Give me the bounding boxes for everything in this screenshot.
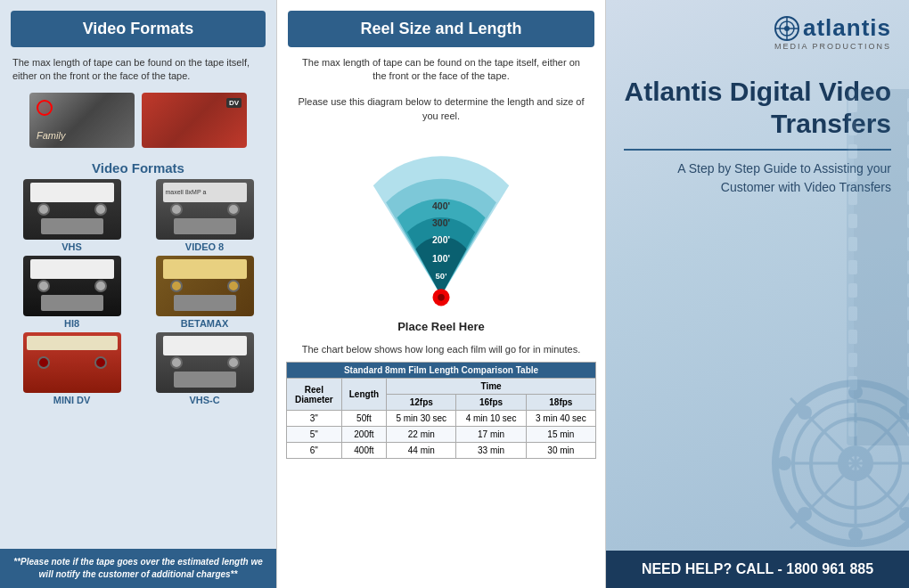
- svg-point-52: [798, 405, 812, 420]
- col-length: Length: [341, 379, 386, 411]
- svg-point-50: [777, 456, 791, 470]
- vhs-spool-left: [37, 203, 50, 216]
- svg-rect-20: [848, 353, 857, 367]
- middle-intro: The max length of tape can be found on t…: [277, 47, 605, 87]
- logo-main: atlantis: [774, 14, 891, 42]
- place-reel-label: Place Reel Here: [277, 316, 605, 340]
- betamax-label: BETAMAX: [181, 318, 229, 329]
- minidv-spool-right: [94, 356, 107, 369]
- format-item-vhsc: VHS-C: [140, 332, 269, 405]
- svg-rect-14: [848, 214, 857, 228]
- betamax-spool-left: [170, 280, 183, 292]
- film-table: Standard 8mm Film Length Comparison Tabl…: [286, 362, 596, 459]
- betamax-spool-right: [227, 280, 240, 292]
- svg-rect-18: [848, 306, 857, 321]
- note-bar: **Please note if the tape goes over the …: [0, 549, 276, 588]
- vhsc-label-strip: [163, 336, 247, 355]
- vhs-label-strip: [30, 183, 114, 202]
- dv-tape-image: DV: [142, 93, 247, 148]
- vhs-cassette-image: [23, 179, 121, 240]
- video8-spool-left: [170, 203, 183, 216]
- svg-rect-16: [848, 260, 857, 274]
- hi8-spool-left: [37, 280, 50, 292]
- video-formats-subtitle: Video Formats: [0, 155, 276, 179]
- red-circle-indicator: [37, 100, 53, 116]
- vhs-label: VHS: [61, 241, 82, 252]
- col-16fps: 16fps: [456, 395, 526, 411]
- svg-rect-12: [848, 167, 857, 182]
- svg-rect-15: [848, 237, 857, 251]
- format-item-vhs: VHS: [7, 179, 136, 252]
- svg-text:400': 400': [432, 201, 450, 211]
- betamax-cassette-image: [156, 256, 254, 316]
- table-title: Standard 8mm Film Length Comparison Tabl…: [287, 363, 596, 379]
- left-header: Video Formats: [11, 11, 266, 47]
- minidv-spool-left: [37, 356, 50, 369]
- left-intro: The max length of tape can be found on t…: [0, 47, 276, 89]
- hi8-window: [41, 295, 103, 311]
- minidv-cassette-image: [23, 332, 121, 393]
- tape-family-label: Family: [37, 130, 65, 141]
- middle-panel: Reel Size and Length The max length of t…: [276, 0, 606, 588]
- table-row: 3"50ft5 min 30 sec4 min 10 sec3 min 40 s…: [287, 411, 596, 427]
- vhsc-spool-right: [227, 356, 240, 369]
- tape-images-row: Family DV: [0, 89, 276, 155]
- svg-text:300': 300': [432, 218, 450, 228]
- dv-label-text: DV: [226, 98, 242, 108]
- svg-rect-19: [848, 330, 857, 344]
- need-help-bar: NEED HELP? CALL - 1800 961 885: [606, 551, 909, 588]
- format-item-hi8: HI8: [7, 256, 136, 329]
- svg-point-55: [798, 507, 812, 521]
- vhsc-spool-left: [170, 356, 183, 369]
- vhs-tape-image: Family: [29, 93, 135, 148]
- video8-cassette-image: maxell 8xMP a: [156, 179, 254, 240]
- hi8-label-strip: [30, 259, 114, 279]
- right-panel: atlantis MEDIA PRODUCTIONS Atlantis Digi…: [606, 0, 909, 588]
- video8-label-strip: maxell 8xMP a: [163, 183, 247, 202]
- diagram-text: Please use this diagram below to determi…: [277, 87, 605, 127]
- col-12fps: 12fps: [387, 395, 456, 411]
- video8-window: [174, 218, 236, 234]
- vhs-spool-right: [94, 203, 107, 216]
- col-reel-diameter: ReelDiameter: [287, 379, 342, 411]
- video8-label: VIDEO 8: [185, 241, 224, 252]
- video8-spool-right: [227, 203, 240, 216]
- vhs-window: [41, 218, 103, 234]
- logo-text: atlantis: [803, 14, 891, 42]
- atlantis-logo-icon: [774, 16, 799, 41]
- svg-rect-11: [848, 144, 857, 159]
- left-panel: Video Formats The max length of tape can…: [0, 0, 276, 588]
- logo-box: atlantis MEDIA PRODUCTIONS: [774, 14, 891, 51]
- svg-rect-10: [848, 121, 857, 135]
- minidv-label: MINI DV: [53, 395, 91, 405]
- vhsc-label: VHS-C: [189, 395, 219, 405]
- svg-rect-13: [848, 191, 857, 205]
- svg-rect-17: [848, 283, 857, 298]
- vhsc-cassette-image: [156, 332, 254, 393]
- col-time-header: Time: [387, 379, 596, 395]
- format-item-betamax: BETAMAX: [140, 256, 269, 329]
- svg-point-49: [848, 527, 863, 542]
- format-item-video8: maxell 8xMP a VIDEO 8: [140, 179, 269, 252]
- col-18fps: 18fps: [526, 395, 595, 411]
- logo-sub-text: MEDIA PRODUCTIONS: [774, 42, 891, 51]
- svg-rect-9: [848, 98, 857, 112]
- hi8-spool-right: [94, 280, 107, 292]
- chart-intro: The chart below shows how long each film…: [277, 340, 605, 363]
- hi8-cassette-image: [23, 256, 121, 316]
- atlantis-logo: atlantis MEDIA PRODUCTIONS: [606, 0, 909, 58]
- svg-text:200': 200': [432, 235, 450, 245]
- reel-svg: 400' 300' 200' 100' 50': [334, 135, 548, 313]
- table-row: 6"400ft44 min33 min30 min: [287, 443, 596, 459]
- vhsc-window: [174, 372, 236, 388]
- format-item-minidv: MINI DV: [7, 332, 136, 405]
- middle-header: Reel Size and Length: [288, 11, 594, 47]
- betamax-window: [174, 295, 236, 311]
- svg-text:100': 100': [432, 254, 450, 264]
- svg-point-48: [848, 385, 863, 399]
- betamax-label-strip: [163, 259, 247, 279]
- format-grid: VHS maxell 8xMP a VIDEO 8 HI8: [0, 179, 276, 405]
- hi8-label: HI8: [64, 318, 79, 329]
- reel-diagram: 400' 300' 200' 100' 50': [277, 127, 605, 316]
- svg-point-6: [438, 294, 445, 301]
